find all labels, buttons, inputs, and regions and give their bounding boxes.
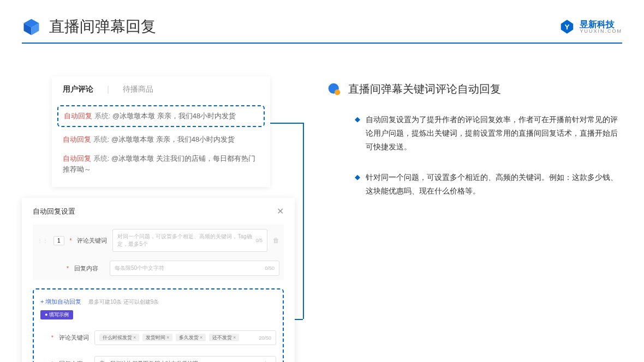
count: 20/50: [259, 335, 271, 341]
tag-chip[interactable]: 发货时间×: [142, 334, 172, 341]
bullet-item: ◆ 针对同一个问题，可设置多个相近的、高频的关键词。例如：这款多少钱、这块能优惠…: [327, 171, 622, 198]
comment-text: @冰墩墩本墩 亲亲，我们48小时内发货: [111, 135, 235, 143]
brand-sub: YUUXIN.COM: [580, 29, 622, 34]
tags: 什么时候发货× 发货时间× 多久发货× 还不发货×: [99, 334, 241, 341]
example-content-row: * 回复内容 亲，我们这边都是下单48小时内发货的哦～ 37/50: [40, 353, 276, 362]
bullet-item: ◆ 自动回复设置为了提升作者的评论回复效率，作者可在开播前针对常见的评论用户问题…: [327, 113, 622, 154]
keyword-label: 评论关键词: [77, 237, 107, 245]
example-keyword-row: * 评论关键词 什么时候发货× 发货时间× 多久发货× 还不发货× 20/50: [40, 328, 276, 348]
content-label: 回复内容: [74, 264, 104, 273]
auto-reply-label: 自动回复: [63, 154, 91, 162]
bullet-text: 针对同一个问题，可设置多个相近的、高频的关键词。例如：这款多少钱、这块能优惠吗、…: [366, 171, 622, 198]
trash-icon[interactable]: 🗑: [273, 237, 279, 244]
ex-keyword-input[interactable]: 什么时候发货× 发货时间× 多久发货× 还不发货× 20/50: [94, 330, 276, 345]
comment-text: @冰墩墩本墩 亲亲，我们48小时内发货: [112, 112, 236, 120]
placeholder: 对同一个问题，可设置多个相近、高频的关键词，Tag确定，最多5个: [117, 233, 255, 248]
right-panel: 直播间弹幕关键词评论自动回复 ◆ 自动回复设置为了提升作者的评论回复效率，作者可…: [327, 76, 622, 362]
comments-card: 用户评论 | 待播商品 自动回复 系统: @冰墩墩本墩 亲亲，我们48小时内发货…: [52, 76, 270, 187]
tab-separator: |: [107, 85, 109, 97]
auto-reply-label: 自动回复: [64, 112, 92, 120]
drag-handle-icon[interactable]: ⋮⋮: [37, 238, 48, 244]
setting-row: * 回复内容 每条限50个中文字符 0/50: [33, 256, 284, 280]
cube-icon: [22, 17, 41, 37]
add-row: + 增加自动回复 最多可建10条 还可以创建9条: [40, 296, 276, 306]
placeholder: 每条限50个中文字符: [115, 264, 164, 272]
brand: Y 昱新科技 YUUXIN.COM: [559, 19, 622, 35]
tab-products[interactable]: 待播商品: [123, 85, 153, 97]
settings-title: 自动回复设置: [33, 207, 75, 216]
tabs: 用户评论 | 待播商品: [63, 85, 259, 97]
tab-comments[interactable]: 用户评论: [63, 85, 93, 97]
page-title: 直播间弹幕回复: [49, 16, 156, 37]
keyword-input[interactable]: 对同一个问题，可设置多个相近、高频的关键词，Tag确定，最多5个 0/5: [112, 229, 267, 252]
count: 0/50: [265, 266, 275, 271]
page-header: 直播间弹幕回复 Y 昱新科技 YUUXIN.COM: [0, 0, 644, 43]
content: 用户评论 | 待播商品 自动回复 系统: @冰墩墩本墩 亲亲，我们48小时内发货…: [0, 44, 644, 362]
diamond-icon: ◆: [355, 171, 360, 198]
tag-chip[interactable]: 多久发货×: [176, 334, 206, 341]
ex-content-label: 回复内容: [59, 360, 89, 363]
comment-highlighted: 自动回复 系统: @冰墩墩本墩 亲亲，我们48小时内发货: [57, 105, 265, 127]
connector-line: [303, 123, 304, 319]
add-auto-reply-link[interactable]: + 增加自动回复: [40, 298, 81, 305]
example-badge: ● 填写示例: [40, 310, 73, 319]
brand-name: 昱新科技: [580, 20, 622, 29]
limit-text: 最多可建10条 还可以创建9条: [88, 299, 159, 305]
connector-line: [270, 123, 303, 124]
left-panel: 用户评论 | 待播商品 自动回复 系统: @冰墩墩本墩 亲亲，我们48小时内发货…: [22, 76, 295, 362]
tag-chip[interactable]: 什么时候发货×: [99, 334, 139, 341]
diamond-icon: ◆: [355, 113, 360, 154]
comment-text: @冰墩墩本墩 关注我们的店铺，每日都有热门推荐呦～: [63, 154, 255, 173]
bullet-text: 自动回复设置为了提升作者的评论回复效率，作者可在开播前针对常见的评论用户问题，提…: [366, 113, 622, 154]
sys-label: 系统:: [94, 112, 111, 120]
dots-icon: [327, 82, 342, 96]
comment-line: 自动回复 系统: @冰墩墩本墩 亲亲，我们48小时内发货: [63, 130, 259, 149]
feature-header: 直播间弹幕关键词评论自动回复: [327, 82, 622, 96]
required-dot: *: [51, 335, 53, 341]
example-box: + 增加自动回复 最多可建10条 还可以创建9条 ● 填写示例 * 评论关键词 …: [33, 288, 284, 362]
svg-text:Y: Y: [565, 23, 570, 31]
feature-title: 直播间弹幕关键词评论自动回复: [348, 82, 501, 96]
header-left: 直播间弹幕回复: [22, 16, 156, 37]
count: 0/5: [255, 238, 263, 243]
setting-row: ⋮⋮ 1 * 评论关键词 对同一个问题，可设置多个相近、高频的关键词，Tag确定…: [33, 225, 284, 256]
required-dot: *: [70, 238, 72, 244]
content-input[interactable]: 每条限50个中文字符 0/50: [110, 261, 279, 276]
svg-point-5: [335, 89, 340, 95]
auto-reply-label: 自动回复: [63, 135, 91, 143]
close-icon[interactable]: ✕: [277, 206, 284, 216]
brand-text-wrap: 昱新科技 YUUXIN.COM: [580, 20, 622, 34]
settings-title-row: 自动回复设置 ✕: [33, 206, 284, 216]
required-dot: *: [67, 266, 69, 272]
index-badge: 1: [53, 236, 64, 245]
settings-card: 自动回复设置 ✕ ⋮⋮ 1 * 评论关键词 对同一个问题，可设置多个相近、高频的…: [22, 198, 295, 362]
value: 亲，我们这边都是下单48小时内发货的哦～: [99, 360, 204, 362]
brand-logo-icon: Y: [559, 19, 575, 35]
sys-label: 系统:: [93, 154, 110, 162]
ex-keyword-label: 评论关键词: [59, 334, 89, 342]
tag-chip[interactable]: 还不发货×: [209, 334, 239, 341]
comment-line: 自动回复 系统: @冰墩墩本墩 关注我们的店铺，每日都有热门推荐呦～: [63, 149, 259, 179]
ex-content-input[interactable]: 亲，我们这边都是下单48小时内发货的哦～ 37/50: [94, 356, 276, 362]
sys-label: 系统:: [93, 135, 110, 143]
